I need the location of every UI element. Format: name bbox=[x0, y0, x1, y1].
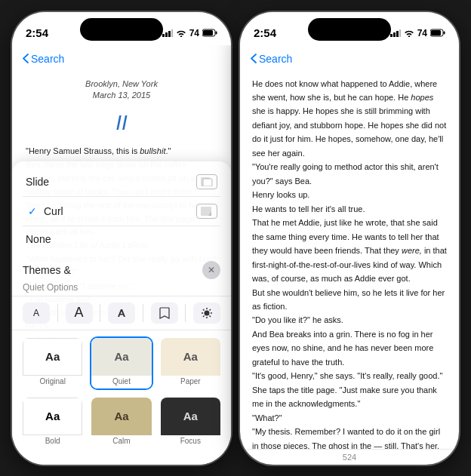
svg-rect-25 bbox=[431, 30, 441, 35]
theme-focus[interactable]: Aa Focus bbox=[159, 396, 222, 450]
option-none[interactable]: None bbox=[23, 226, 220, 252]
nav-bar-left[interactable]: Search bbox=[12, 45, 231, 72]
bottom-panel: Slide ✓ Curl bbox=[12, 161, 231, 465]
svg-line-16 bbox=[210, 315, 211, 317]
theme-bold[interactable]: Aa Bold bbox=[21, 396, 84, 450]
theme-quiet[interactable]: Aa Quiet bbox=[90, 336, 152, 390]
time-left: 2:54 bbox=[26, 26, 48, 39]
battery-left: 74 bbox=[189, 28, 199, 38]
signal-icon-right bbox=[390, 29, 401, 37]
svg-rect-8 bbox=[203, 179, 212, 186]
right-phone-content: Search He does not know what happened to… bbox=[240, 45, 459, 465]
dynamic-island bbox=[80, 18, 163, 41]
svg-rect-1 bbox=[165, 32, 168, 37]
battery-right: 74 bbox=[417, 28, 427, 38]
theme-paper-preview: Aa bbox=[161, 338, 220, 376]
option-slide[interactable]: Slide bbox=[23, 167, 220, 197]
svg-rect-6 bbox=[203, 30, 213, 35]
font-increase-button[interactable]: A bbox=[66, 302, 93, 324]
nav-back-label-left: Search bbox=[31, 53, 64, 65]
font-divider-3 bbox=[143, 304, 143, 322]
theme-focus-label: Focus bbox=[161, 435, 220, 448]
theme-paper-aa: Aa bbox=[183, 350, 198, 363]
bookmark-icon bbox=[159, 307, 170, 319]
book-content-right: He does not know what happened to Addie,… bbox=[240, 72, 459, 449]
left-phone-content: Search Brooklyn, New York March 13, 2015… bbox=[12, 45, 231, 465]
right-phone: 2:54 74 bbox=[240, 12, 459, 465]
font-decrease-button[interactable]: A bbox=[23, 302, 50, 324]
theme-grid: Aa Original Aa Quiet Aa Pap bbox=[12, 330, 231, 450]
option-slide-label: Slide bbox=[26, 176, 196, 188]
font-style-button[interactable] bbox=[108, 302, 135, 324]
back-chevron-left bbox=[23, 54, 29, 63]
svg-rect-22 bbox=[399, 29, 401, 37]
book-place: Brooklyn, New York bbox=[26, 78, 217, 90]
svg-rect-21 bbox=[396, 31, 399, 37]
dynamic-island-right bbox=[308, 18, 391, 41]
time-right: 2:54 bbox=[254, 26, 276, 39]
svg-point-10 bbox=[205, 310, 210, 315]
theme-bold-label: Bold bbox=[23, 435, 82, 448]
chapter-number: II bbox=[26, 106, 217, 140]
theme-calm-aa: Aa bbox=[114, 410, 128, 422]
themes-header: Themes & ✕ bbox=[12, 256, 231, 282]
theme-paper-label: Paper bbox=[161, 376, 220, 388]
theme-original[interactable]: Aa Original bbox=[21, 336, 84, 390]
font-small-icon: A bbox=[33, 308, 39, 318]
theme-original-aa: Aa bbox=[45, 350, 60, 363]
back-chevron-right bbox=[251, 54, 257, 63]
font-divider-4 bbox=[185, 304, 186, 322]
left-phone: 2:54 74 bbox=[12, 12, 231, 465]
quiet-options-label: Quiet Options bbox=[12, 282, 231, 296]
svg-line-17 bbox=[210, 309, 211, 311]
theme-focus-aa: Aa bbox=[183, 410, 198, 422]
curl-icon bbox=[201, 207, 213, 216]
themes-title: Themes & bbox=[23, 264, 202, 276]
font-divider-2 bbox=[100, 304, 100, 322]
option-curl-check: ✓ bbox=[26, 205, 39, 217]
phones-container: 2:54 74 bbox=[12, 12, 459, 465]
svg-rect-24 bbox=[444, 32, 445, 35]
brightness-icon bbox=[201, 307, 213, 319]
nav-back-left[interactable]: Search bbox=[23, 53, 64, 65]
status-icons-right: 74 bbox=[390, 28, 445, 38]
svg-line-18 bbox=[203, 315, 205, 317]
close-button[interactable]: ✕ bbox=[202, 261, 220, 279]
nav-bar-right[interactable]: Search bbox=[240, 45, 459, 72]
svg-line-15 bbox=[203, 309, 205, 311]
svg-rect-20 bbox=[393, 32, 396, 37]
svg-rect-2 bbox=[168, 31, 171, 37]
svg-rect-19 bbox=[390, 34, 392, 37]
nav-back-label-right: Search bbox=[259, 53, 292, 65]
theme-focus-preview: Aa bbox=[161, 398, 220, 435]
theme-quiet-aa: Aa bbox=[114, 350, 128, 363]
battery-icon-right bbox=[430, 29, 445, 37]
page-number: 524 bbox=[240, 449, 459, 465]
option-curl[interactable]: ✓ Curl bbox=[23, 197, 220, 226]
font-bookmark-button[interactable] bbox=[151, 302, 178, 324]
battery-icon-left bbox=[202, 29, 217, 37]
theme-calm-preview: Aa bbox=[91, 398, 151, 435]
theme-paper[interactable]: Aa Paper bbox=[159, 336, 222, 390]
book-date: March 13, 2015 bbox=[26, 90, 217, 101]
wifi-icon-right bbox=[404, 29, 414, 37]
book-header: Brooklyn, New York March 13, 2015 bbox=[26, 78, 217, 102]
font-style-icon bbox=[115, 307, 128, 319]
theme-quiet-preview: Aa bbox=[91, 338, 151, 376]
theme-quiet-label: Quiet bbox=[91, 376, 151, 388]
book-text-right: He does not know what happened to Addie,… bbox=[252, 77, 447, 449]
option-none-label: None bbox=[26, 233, 217, 245]
slide-page-icon bbox=[196, 174, 217, 189]
theme-bold-aa: Aa bbox=[45, 410, 60, 422]
svg-rect-5 bbox=[216, 32, 217, 35]
theme-calm[interactable]: Aa Calm bbox=[90, 396, 152, 450]
slide-options: Slide ✓ Curl bbox=[12, 161, 231, 256]
option-curl-label: Curl bbox=[44, 205, 196, 217]
nav-back-right[interactable]: Search bbox=[251, 53, 292, 65]
brightness-button[interactable] bbox=[193, 302, 220, 324]
theme-calm-label: Calm bbox=[91, 435, 151, 448]
svg-rect-3 bbox=[171, 29, 173, 37]
svg-rect-0 bbox=[162, 34, 165, 37]
font-divider-1 bbox=[57, 304, 58, 322]
slide-icon bbox=[201, 177, 213, 186]
